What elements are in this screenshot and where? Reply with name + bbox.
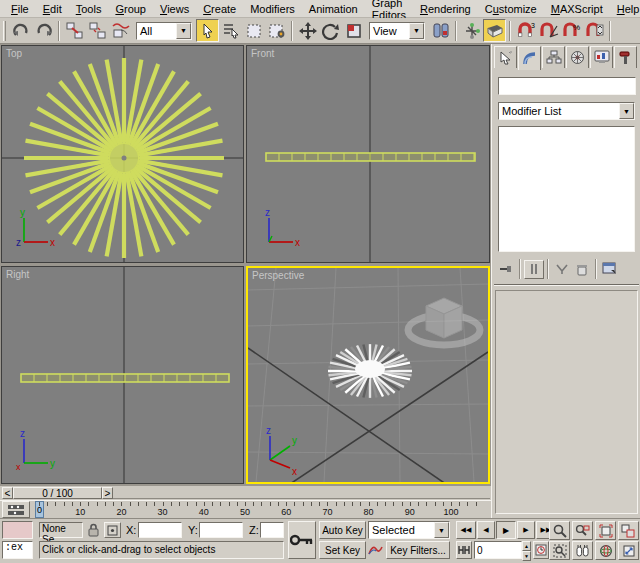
menu-create[interactable]: Create (196, 1, 243, 17)
toolbar-grip[interactable] (3, 21, 6, 41)
arc-rotate-button[interactable] (595, 541, 616, 560)
pin-stack-button[interactable] (496, 260, 516, 279)
tab-display[interactable] (590, 46, 613, 68)
menu-views[interactable]: Views (153, 1, 196, 17)
snaps-toggle-button[interactable]: 3 (514, 19, 537, 42)
menu-customize[interactable]: Customize (478, 1, 544, 17)
selection-set-dropdown[interactable]: Selected ▼ (368, 521, 450, 539)
zoom-region-button[interactable] (549, 541, 570, 560)
next-frame-button[interactable]: ▶ (517, 521, 535, 539)
dropdown-arrow-icon[interactable]: ▼ (434, 522, 449, 538)
default-tangent-button[interactable] (368, 543, 383, 559)
select-and-rotate-button[interactable] (319, 19, 342, 42)
select-object-button[interactable] (196, 19, 219, 42)
menu-animation[interactable]: Animation (302, 1, 365, 17)
spinner-up-icon[interactable]: ▲ (522, 541, 531, 551)
keyboard-shortcut-override-toggle[interactable] (483, 19, 506, 42)
key-mode-toggle[interactable] (456, 541, 472, 559)
select-and-move-button[interactable] (296, 19, 319, 42)
z-coordinate-field[interactable] (260, 522, 284, 538)
redo-button[interactable] (32, 19, 55, 42)
menu-rendering[interactable]: Rendering (413, 1, 478, 17)
rectangular-selection-region-button[interactable] (242, 19, 265, 42)
viewport-top[interactable]: Top y x z (1, 45, 244, 263)
zoom-extents-all-button[interactable] (618, 521, 639, 540)
tab-modify[interactable] (518, 46, 541, 70)
use-pivot-point-center-button[interactable] (429, 19, 452, 42)
pan-view-button[interactable] (572, 541, 593, 560)
tab-utilities[interactable] (614, 46, 637, 68)
zoom-all-button[interactable] (572, 521, 593, 540)
menu-help[interactable]: Help (610, 1, 640, 17)
modifier-stack-list[interactable] (498, 126, 635, 252)
key-filters-button[interactable]: Key Filters... (386, 541, 450, 559)
viewport-perspective[interactable]: Perspective (246, 266, 490, 484)
viewcube-ghost[interactable] (408, 298, 480, 345)
dropdown-arrow-icon[interactable]: ▼ (176, 23, 191, 39)
bind-to-space-warp-button[interactable] (109, 19, 132, 42)
selection-filter-dropdown[interactable]: All ▼ (136, 22, 192, 40)
viewport-front-label[interactable]: Front (251, 48, 274, 59)
tab-create[interactable] (494, 46, 517, 68)
go-to-start-button[interactable]: ◀◀ (456, 521, 476, 539)
menu-group[interactable]: Group (108, 1, 153, 17)
spinner-snap-toggle-button[interactable] (583, 19, 606, 42)
menu-modifiers[interactable]: Modifiers (243, 1, 302, 17)
auto-key-button[interactable]: Auto Key (319, 521, 366, 539)
x-coordinate-field[interactable] (138, 522, 182, 538)
open-mini-curve-editor-button[interactable] (2, 501, 30, 518)
configure-modifier-sets-button[interactable] (600, 260, 620, 279)
time-slider-handle[interactable]: 0 / 100 (13, 487, 102, 499)
time-slider-next-button[interactable]: > (102, 487, 113, 499)
y-coordinate-field[interactable] (199, 522, 243, 538)
reference-coordinate-system-dropdown[interactable]: View ▼ (369, 22, 425, 40)
time-slider-track[interactable] (113, 487, 490, 499)
track-bar[interactable]: 0 102030405060708090100 (0, 500, 491, 518)
dropdown-arrow-icon[interactable]: ▼ (409, 23, 424, 39)
select-by-name-button[interactable] (219, 19, 242, 42)
macro-recorder-pane[interactable] (2, 521, 33, 539)
select-and-link-button[interactable] (63, 19, 86, 42)
viewport-perspective-label[interactable]: Perspective (252, 270, 304, 281)
trackbar-tick (55, 502, 56, 506)
zoom-extents-button[interactable] (595, 521, 616, 540)
viewport-top-label[interactable]: Top (6, 48, 22, 59)
spinner-down-icon[interactable]: ▼ (522, 551, 531, 561)
current-frame-field[interactable] (474, 541, 522, 559)
viewport-right-label[interactable]: Right (6, 269, 29, 280)
select-and-manipulate-button[interactable] (460, 19, 483, 42)
set-keys-button[interactable] (288, 521, 316, 559)
maximize-viewport-toggle[interactable] (618, 541, 639, 560)
show-end-result-button[interactable] (524, 260, 544, 279)
zoom-button[interactable] (549, 521, 570, 540)
menu-tools[interactable]: Tools (69, 1, 109, 17)
menu-maxscript[interactable]: MAXScript (544, 1, 610, 17)
maxscript-mini-listener[interactable]: :ex (2, 541, 33, 559)
viewport-right[interactable]: Right z y x (1, 266, 244, 484)
tab-hierarchy[interactable] (542, 46, 565, 68)
previous-frame-button[interactable]: ◀ (477, 521, 495, 539)
percent-snap-toggle-button[interactable]: % (560, 19, 583, 42)
time-slider-prev-button[interactable]: < (2, 487, 13, 499)
trackbar-tick (435, 502, 436, 506)
make-unique-button[interactable] (552, 260, 572, 279)
unlink-selection-button[interactable] (86, 19, 109, 42)
absolute-offset-mode-toggle[interactable] (104, 522, 121, 538)
time-configuration-button[interactable] (533, 541, 549, 559)
undo-button[interactable] (9, 19, 32, 42)
menu-edit[interactable]: Edit (36, 1, 69, 17)
object-name-field[interactable] (498, 77, 636, 95)
remove-modifier-button[interactable] (572, 260, 592, 279)
modifier-list-dropdown[interactable]: Modifier List ▼ (498, 102, 635, 120)
tab-motion[interactable] (566, 46, 589, 68)
select-and-scale-button[interactable] (342, 19, 365, 42)
play-animation-button[interactable]: ▶ (496, 521, 516, 539)
window-crossing-toggle-button[interactable] (265, 19, 288, 42)
menu-file[interactable]: File (4, 1, 36, 17)
dropdown-arrow-icon[interactable]: ▼ (619, 103, 634, 119)
selection-lock-toggle[interactable] (87, 523, 100, 539)
set-key-button[interactable]: Set Key (319, 541, 366, 559)
viewport-front[interactable]: Front z x (246, 45, 490, 263)
angle-snap-toggle-button[interactable] (537, 19, 560, 42)
frame-spinner[interactable]: ▲ ▼ (522, 541, 531, 559)
